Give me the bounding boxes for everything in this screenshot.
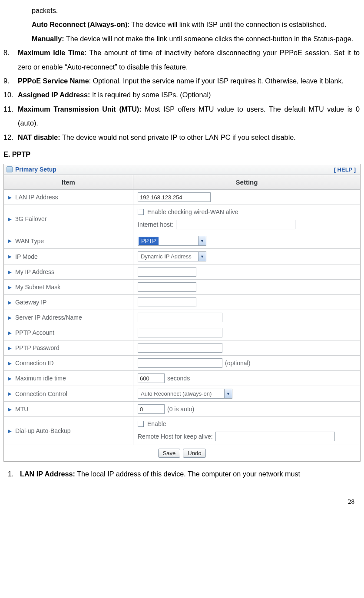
pptp-account-input[interactable]: [138, 328, 222, 337]
arrow-icon: ▶: [8, 285, 12, 290]
list-label: Maximum Transmission Unit (MTU):: [18, 105, 142, 113]
lan-ip-input[interactable]: [138, 192, 211, 202]
list-item-bottom-1: 1. LAN IP Address: The local IP address …: [0, 467, 364, 481]
arrow-icon: ▶: [8, 376, 12, 381]
my-subnet-input[interactable]: [138, 282, 196, 292]
my-ip-input[interactable]: [138, 267, 196, 277]
wan-type-value: PPTP: [139, 237, 159, 245]
label: PPTP Account: [15, 329, 54, 336]
list-number: 12.: [3, 130, 18, 144]
arrow-icon: ▶: [8, 330, 12, 335]
label: LAN IP Address: [15, 194, 58, 201]
arrow-icon: ▶: [8, 391, 12, 396]
text-auto-reconnect: Auto Reconnect (Always-on): The device w…: [0, 17, 364, 31]
chevron-down-icon: ▼: [198, 252, 206, 261]
row-wan-type: ▶WAN Type PPTP ▼: [4, 233, 360, 249]
arrow-icon: ▶: [8, 254, 12, 259]
label: MTU: [15, 406, 28, 413]
table-header: Item Setting: [4, 175, 360, 190]
panel-icon: [7, 166, 13, 172]
mtu-hint: (0 is auto): [167, 406, 194, 413]
section-heading-e: E. PPTP: [0, 144, 364, 162]
list-number: 9.: [3, 74, 18, 88]
th-item: Item: [4, 175, 133, 189]
panel-title: Primary Setup: [15, 166, 56, 173]
list-label: Maximum Idle Time: [18, 49, 84, 56]
auto-reconnect-text: : The device will link with ISP until th…: [127, 20, 326, 28]
label: WAN Type: [15, 238, 44, 244]
list-text: It is required by some ISPs. (Optional): [90, 91, 211, 99]
manually-text: The device will not make the link until …: [64, 35, 354, 43]
row-max-idle: ▶Maximum idle time seconds: [4, 371, 360, 386]
auto-reconnect-label: Auto Reconnect (Always-on): [32, 20, 127, 28]
list-item-10: 10. Assigned IP Address: It is required …: [0, 88, 364, 102]
dialup-host-input[interactable]: [215, 432, 335, 441]
list-number: 1.: [8, 467, 20, 481]
panel-header: Primary Setup [ HELP ]: [4, 164, 360, 175]
manually-label: Manually:: [32, 35, 64, 43]
undo-button[interactable]: Undo: [183, 449, 206, 458]
arrow-icon: ▶: [8, 361, 12, 366]
arrow-icon: ▶: [8, 195, 12, 200]
help-link[interactable]: [ HELP ]: [334, 166, 356, 173]
failover-host-input[interactable]: [176, 220, 295, 229]
arrow-icon: ▶: [8, 315, 12, 320]
row-connection-id: ▶Connection ID (optional): [4, 356, 360, 371]
row-dialup-backup: ▶Dial-up Auto-Backup Enable Remote Host …: [4, 417, 360, 445]
connection-control-select[interactable]: Auto Reconnect (always-on) ▼: [138, 389, 232, 399]
label: My IP Address: [15, 268, 54, 275]
label: Gateway IP: [15, 299, 46, 306]
row-gateway: ▶Gateway IP: [4, 295, 360, 310]
arrow-icon: ▶: [8, 407, 12, 412]
pptp-password-input[interactable]: [138, 343, 222, 353]
label: Connection Control: [15, 390, 67, 397]
server-input[interactable]: [138, 313, 222, 322]
row-ip-mode: ▶IP Mode Dynamic IP Address ▼: [4, 249, 360, 264]
label: Server IP Address/Name: [15, 314, 82, 321]
failover-host-label: Internet host:: [138, 221, 173, 228]
list-text: The device would not send private IP to …: [60, 133, 296, 141]
row-pptp-password: ▶PPTP Password: [4, 340, 360, 356]
row-connection-control: ▶Connection Control Auto Reconnect (alwa…: [4, 386, 360, 402]
arrow-icon: ▶: [8, 429, 12, 433]
list-text: The local IP address of this device. The…: [75, 470, 300, 478]
max-idle-unit: seconds: [167, 375, 190, 382]
label: Maximum idle time: [15, 375, 66, 382]
list-label: NAT disable:: [18, 133, 60, 141]
failover-checkbox[interactable]: [138, 209, 144, 215]
label: IP Mode: [15, 253, 38, 260]
dialup-chk-label: Enable: [147, 420, 166, 427]
row-mtu: ▶MTU (0 is auto): [4, 402, 360, 417]
connection-id-input[interactable]: [138, 358, 222, 368]
ip-mode-value: Dynamic IP Address: [138, 253, 194, 260]
list-label: Assigned IP Address:: [18, 91, 90, 99]
label: My Subnet Mask: [15, 284, 60, 291]
list-item-8: 8. Maximum Idle Time: The amount of time…: [0, 46, 364, 74]
label: 3G Failover: [15, 215, 46, 222]
list-number: 10.: [3, 88, 18, 102]
text-packets: packets.: [0, 3, 364, 17]
text-manually: Manually: The device will not make the l…: [0, 32, 364, 46]
chevron-down-icon: ▼: [224, 389, 232, 398]
page-number: 28: [0, 481, 364, 505]
row-3g-failover: ▶3G Failover Enable checking wired-WAN a…: [4, 205, 360, 233]
arrow-icon: ▶: [8, 238, 12, 243]
label: Dial-up Auto-Backup: [15, 427, 71, 434]
list-label: LAN IP Address:: [20, 470, 75, 478]
arrow-icon: ▶: [8, 346, 12, 350]
wan-type-select[interactable]: PPTP ▼: [138, 236, 206, 246]
label: PPTP Password: [15, 344, 60, 351]
list-number: 8.: [3, 46, 18, 74]
ip-mode-select[interactable]: Dynamic IP Address ▼: [138, 251, 206, 261]
label: Connection ID: [15, 360, 54, 367]
save-button[interactable]: Save: [158, 449, 181, 458]
list-item-12: 12. NAT disable: The device would not se…: [0, 130, 364, 144]
th-setting: Setting: [133, 175, 360, 189]
chevron-down-icon: ▼: [198, 236, 206, 245]
dialup-checkbox[interactable]: [138, 421, 144, 427]
max-idle-input[interactable]: [138, 373, 165, 383]
mtu-input[interactable]: [138, 404, 165, 414]
button-row: Save Undo: [4, 445, 360, 461]
list-number: 11.: [3, 102, 18, 130]
gateway-input[interactable]: [138, 297, 196, 307]
